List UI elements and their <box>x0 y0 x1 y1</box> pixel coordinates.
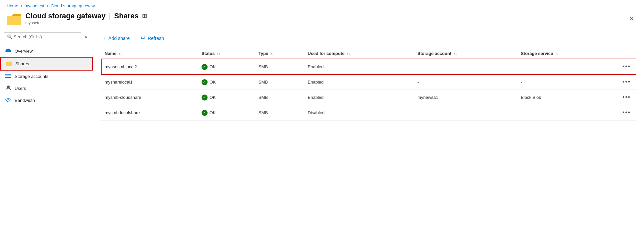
svg-point-8 <box>7 86 10 88</box>
cell-name: myasesmblocal2 <box>101 59 198 75</box>
add-share-button[interactable]: + Add share <box>101 34 132 43</box>
sidebar-item-shares[interactable]: Shares <box>0 57 93 71</box>
status-ok-icon: ✓ <box>202 64 208 70</box>
col-type[interactable]: Type ↑↓ <box>255 48 305 59</box>
cell-status: ✓ OK <box>198 105 255 120</box>
cell-more[interactable]: ••• <box>617 59 636 75</box>
cell-more[interactable]: ••• <box>617 75 636 90</box>
search-box: 🔍 « <box>4 32 89 41</box>
breadcrumb-sep-1: > <box>20 4 23 8</box>
header-main-title: Cloud storage gateway | Shares ⊞ <box>25 12 147 20</box>
cell-storage-service: - <box>517 105 617 120</box>
cell-storage-account: mynewsa1 <box>414 90 517 105</box>
more-options-button[interactable]: ••• <box>620 93 633 102</box>
col-name[interactable]: Name ↑↓ <box>101 48 198 59</box>
svg-rect-2 <box>7 16 21 25</box>
title-text: Cloud storage gateway <box>25 12 106 20</box>
header-subtitle: myasetest <box>25 21 147 25</box>
search-input-wrap[interactable]: 🔍 <box>4 32 81 41</box>
sort-status-icon[interactable]: ↑↓ <box>217 52 220 56</box>
cell-storage-service: Block Blob <box>517 90 617 105</box>
page-header: Cloud storage gateway | Shares ⊞ myasete… <box>0 10 644 28</box>
sidebar-item-overview[interactable]: Overview <box>0 45 93 57</box>
collapse-button[interactable]: « <box>83 33 89 41</box>
sidebar-item-users[interactable]: Users <box>0 82 93 95</box>
more-options-button[interactable]: ••• <box>620 109 633 117</box>
status-text: OK <box>210 110 216 115</box>
status-ok-icon: ✓ <box>202 110 208 116</box>
cell-name: mysharelocal1 <box>101 75 198 90</box>
search-input[interactable] <box>14 34 78 39</box>
col-used-for-compute[interactable]: Used for compute ↑↓ <box>305 48 414 59</box>
cell-used-for-compute: Enabled <box>305 90 414 105</box>
cell-used-for-compute: Enabled <box>305 59 414 75</box>
more-options-button[interactable]: ••• <box>620 78 633 86</box>
cell-type: SMB <box>255 75 305 90</box>
cell-name: mysmb-localshare <box>101 105 198 120</box>
overview-icon <box>5 48 11 54</box>
users-icon <box>5 85 11 92</box>
cell-type: SMB <box>255 90 305 105</box>
folder-icon <box>7 12 21 25</box>
sort-compute-icon[interactable]: ↑↓ <box>347 52 350 56</box>
table-row[interactable]: mysharelocal1 ✓ OK SMB Enabled - - •• <box>101 75 636 90</box>
table-row[interactable]: myasesmblocal2 ✓ OK SMB Enabled - - • <box>101 59 636 75</box>
status-ok-icon: ✓ <box>202 95 208 101</box>
cell-status: ✓ OK <box>198 75 255 90</box>
cell-storage-account: - <box>414 105 517 120</box>
sidebar-item-shares-label: Shares <box>15 61 29 66</box>
cell-status: ✓ OK <box>198 59 255 75</box>
sort-storage-account-icon[interactable]: ↑↓ <box>454 52 457 56</box>
col-storage-account[interactable]: Storage account ↑↓ <box>414 48 517 59</box>
main-layout: 🔍 « Overview Shares <box>0 28 644 231</box>
cell-status: ✓ OK <box>198 90 255 105</box>
add-share-label: Add share <box>108 36 130 41</box>
table-row[interactable]: mysmb-cloudshare ✓ OK SMB Enabled mynews… <box>101 90 636 105</box>
search-icon: 🔍 <box>7 34 12 39</box>
svg-point-9 <box>8 101 9 103</box>
svg-marker-10 <box>141 37 143 38</box>
breadcrumb: Home > myasetest > Cloud storage gateway <box>0 0 644 10</box>
col-actions <box>617 48 636 59</box>
header-titles: Cloud storage gateway | Shares ⊞ myasete… <box>25 12 147 25</box>
sort-name-icon[interactable]: ↑↓ <box>119 52 122 56</box>
pin-icon[interactable]: ⊞ <box>142 12 147 20</box>
breadcrumb-home[interactable]: Home <box>7 3 18 8</box>
cell-storage-service: - <box>517 75 617 90</box>
cell-storage-service: - <box>517 59 617 75</box>
refresh-button[interactable]: Refresh <box>138 34 166 43</box>
close-button[interactable]: ✕ <box>626 13 637 24</box>
status-ok-icon: ✓ <box>202 79 208 85</box>
status-text: OK <box>210 64 216 69</box>
section-text: Shares <box>114 12 139 20</box>
cell-type: SMB <box>255 105 305 120</box>
cell-storage-account: - <box>414 75 517 90</box>
sidebar-item-users-label: Users <box>15 86 26 91</box>
table-row[interactable]: mysmb-localshare ✓ OK SMB Disabled - - <box>101 105 636 120</box>
sidebar-item-storage-accounts[interactable]: Storage accounts <box>0 71 93 82</box>
sidebar-item-bandwidth-label: Bandwidth <box>15 98 35 103</box>
content-area: + Add share Refresh Name <box>93 28 644 231</box>
table-wrap: Name ↑↓ Status ↑↓ Type ↑↓ Used for com <box>101 48 636 120</box>
breadcrumb-myasetest[interactable]: myasetest <box>25 3 44 8</box>
cell-storage-account: - <box>414 59 517 75</box>
title-divider: | <box>109 12 111 20</box>
col-status[interactable]: Status ↑↓ <box>198 48 255 59</box>
refresh-icon <box>140 35 146 42</box>
refresh-label: Refresh <box>148 36 164 41</box>
svg-rect-4 <box>6 62 12 66</box>
add-icon: + <box>103 35 106 41</box>
cell-more[interactable]: ••• <box>617 105 636 120</box>
storage-accounts-icon <box>5 74 11 79</box>
more-options-button[interactable]: ••• <box>620 63 633 71</box>
sidebar-item-overview-label: Overview <box>15 49 33 54</box>
sidebar-item-bandwidth[interactable]: Bandwidth <box>0 95 93 106</box>
breadcrumb-cloud-storage-gateway[interactable]: Cloud storage gateway <box>51 3 95 8</box>
sidebar: 🔍 « Overview Shares <box>0 28 93 231</box>
sort-storage-service-icon[interactable]: ↑↓ <box>555 52 559 56</box>
sort-type-icon[interactable]: ↑↓ <box>271 52 274 56</box>
col-storage-service[interactable]: Storage service ↑↓ <box>517 48 617 59</box>
shares-table: Name ↑↓ Status ↑↓ Type ↑↓ Used for com <box>101 48 636 120</box>
status-text: OK <box>210 95 216 100</box>
cell-more[interactable]: ••• <box>617 90 636 105</box>
